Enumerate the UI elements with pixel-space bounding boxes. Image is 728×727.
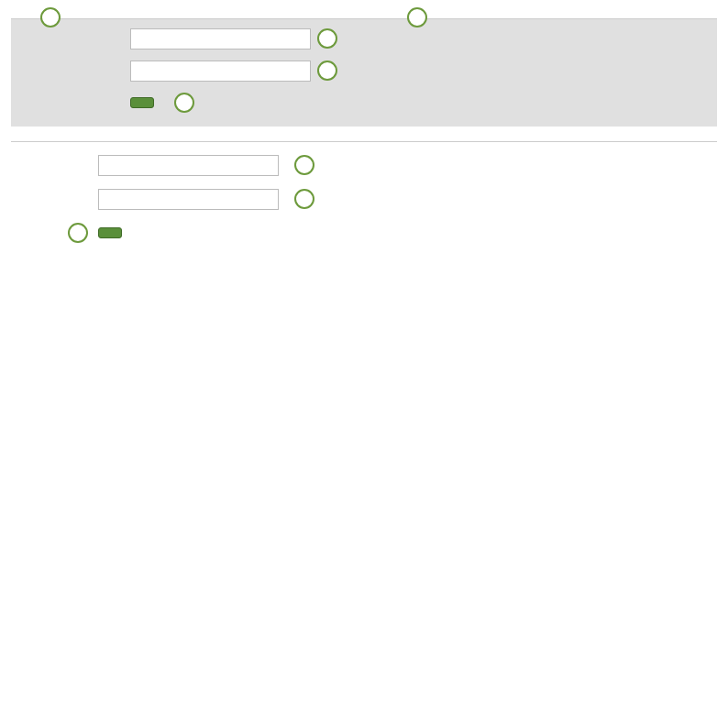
add-display-input[interactable]	[98, 189, 279, 210]
iframe-sites-table	[11, 7, 717, 127]
add-site-label	[11, 155, 98, 159]
annotation-6	[317, 61, 337, 81]
add-display-label	[11, 189, 98, 193]
edit-panel	[11, 19, 717, 127]
edit-display-input[interactable]	[130, 28, 311, 50]
annotation-9	[294, 189, 314, 209]
annotation-10	[68, 223, 88, 243]
edit-display-label	[18, 28, 130, 32]
annotation-7	[174, 93, 194, 113]
edit-iconhost-label	[18, 61, 130, 64]
add-site-input[interactable]	[98, 155, 279, 176]
add-site-form	[11, 141, 717, 238]
annotation-5	[317, 28, 337, 49]
header-site[interactable]	[11, 7, 433, 19]
edit-iconhost-input[interactable]	[130, 61, 311, 82]
header-display[interactable]	[433, 7, 653, 19]
save-button[interactable]	[130, 97, 154, 108]
add-button[interactable]	[98, 227, 122, 238]
annotation-8	[294, 155, 314, 175]
